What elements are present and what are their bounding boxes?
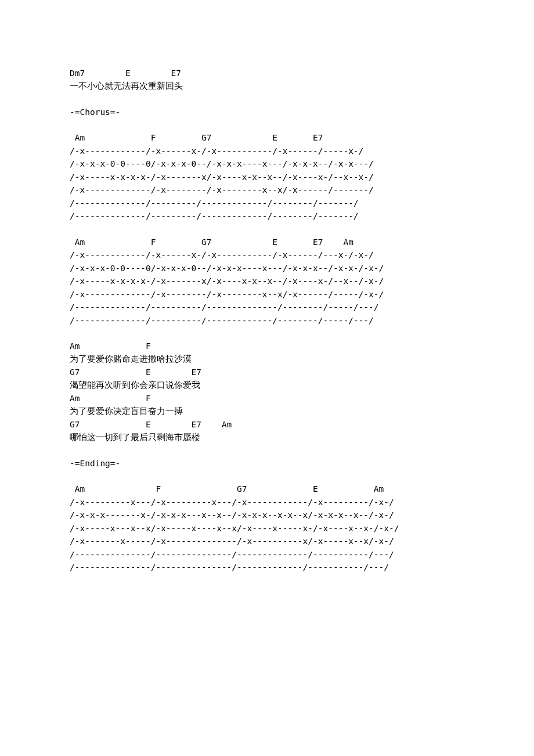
- tab1-string4: /-x-------------/-x--------/-x--------x-…: [70, 183, 464, 196]
- tab1-string1: /-x------------/-x------x-/-x-----------…: [70, 145, 464, 157]
- ending-label: -=Ending=-: [70, 457, 464, 470]
- chorus-label: -=Chorus=-: [70, 106, 464, 118]
- verse-chords-1: Am F: [70, 340, 464, 352]
- verse-lyrics-1: 为了要爱你赌命走进撒哈拉沙漠: [70, 352, 464, 365]
- tab3-string1: /-x---------x---/-x---------x---/-x-----…: [70, 496, 464, 509]
- tab2-string4: /-x-------------/-x--------/-x--------x-…: [70, 288, 464, 301]
- tab1-string2: /-x-x-x-0-0----0/-x-x-x-0--/-x-x-x----x-…: [70, 157, 464, 170]
- tab2-string6: /--------------/----------/-------------…: [70, 314, 464, 327]
- verse-lyrics-2: 渴望能再次听到你会亲口说你爱我: [70, 379, 464, 391]
- verse-chords-2: G7 E E7: [70, 366, 464, 379]
- tab2-string2: /-x-x-x-0-0----0/-x-x-x-0--/-x-x-x----x-…: [70, 262, 464, 275]
- tab3-string6: /---------------/---------------/-------…: [70, 561, 464, 574]
- intro-lyrics: 一不小心就无法再次重新回头: [70, 80, 464, 92]
- tab3-string5: /---------------/---------------/-------…: [70, 548, 464, 561]
- tab3-chords: Am F G7 E Am: [70, 483, 464, 495]
- tab2-string5: /--------------/----------/-------------…: [70, 301, 464, 314]
- tab1-chords: Am F G7 E E7: [70, 131, 464, 144]
- tab1-string6: /--------------/---------/-------------/…: [70, 210, 464, 222]
- tab3-string3: /-x-----x---x--x/-x-----x----x--x/-x----…: [70, 522, 464, 535]
- tab2-string3: /-x-----x-x-x-x-/-x-------x/-x----x-x--x…: [70, 275, 464, 287]
- verse-lyrics-3: 为了要爱你决定盲目奋力一搏: [70, 405, 464, 417]
- tab2-chords: Am F G7 E E7 Am: [70, 236, 464, 249]
- tab3-string4: /-x-------x-----/-x--------------/-x----…: [70, 535, 464, 548]
- intro-chords: Dm7 E E7: [70, 67, 464, 80]
- verse-chords-3: Am F: [70, 392, 464, 405]
- verse-lyrics-4: 哪怕这一切到了最后只剩海市蜃楼: [70, 431, 464, 444]
- tab1-string3: /-x-----x-x-x-x-/-x-------x/-x----x-x--x…: [70, 171, 464, 183]
- verse-chords-4: G7 E E7 Am: [70, 418, 464, 431]
- tab2-string1: /-x------------/-x------x-/-x-----------…: [70, 249, 464, 261]
- tab1-string5: /--------------/---------/-------------/…: [70, 197, 464, 210]
- tab3-string2: /-x-x-x-------x-/-x-x-x---x--x--/-x-x-x-…: [70, 509, 464, 521]
